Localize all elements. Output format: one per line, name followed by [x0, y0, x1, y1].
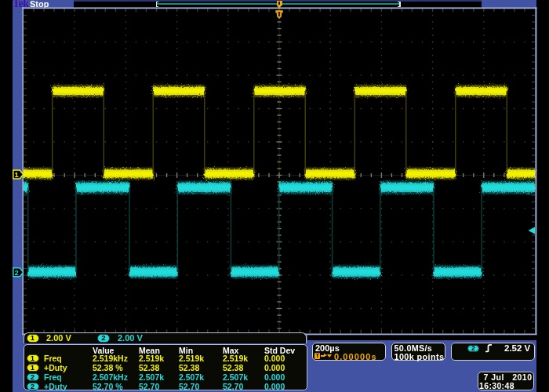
- svg-text:1: 1: [15, 170, 20, 179]
- svg-text:2: 2: [15, 268, 19, 277]
